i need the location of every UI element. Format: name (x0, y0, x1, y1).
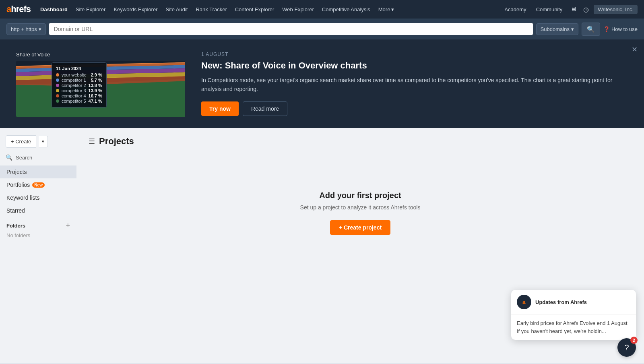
domain-input[interactable] (49, 23, 533, 35)
how-to-use-link[interactable]: ❓ How to use (603, 26, 638, 32)
sidebar-item-starred[interactable]: Starred (0, 204, 76, 217)
nav-site-audit[interactable]: Site Audit (162, 5, 191, 14)
announcement-banner: ✕ Share of Voice (0, 39, 644, 128)
search-button[interactable]: 🔍 (582, 23, 600, 36)
sidebar-search[interactable]: 🔍 Search (0, 153, 76, 165)
empty-title: Add your first project (319, 191, 401, 200)
nav-community[interactable]: Community (533, 5, 566, 14)
tooltip-name-4: competitor 4 (62, 93, 86, 98)
empty-description: Set up a project to analyze it across Ah… (300, 204, 421, 211)
chart-area: 11 Jun 2024 your website 2.9 % competito… (16, 61, 185, 117)
search-bar: http + https ▾ Subdomains ▾ 🔍 ❓ How to u… (0, 19, 644, 39)
banner-chart: Share of Voice 11 Jun 20 (16, 52, 185, 116)
tooltip-dot-3 (56, 89, 59, 92)
chat-fab[interactable]: ? 2 (617, 338, 636, 357)
banner-date: 1 AUGUST (201, 52, 628, 57)
tooltip-row-1: competitor 1 5.7 % (56, 78, 102, 83)
nav-rank-tracker[interactable]: Rank Tracker (192, 5, 230, 14)
try-now-button[interactable]: Try now (201, 101, 239, 116)
portfolios-badge: New (32, 182, 45, 188)
tooltip-name-3: competitor 3 (62, 88, 86, 93)
tooltip-val-0: 2.9 % (91, 72, 102, 77)
create-area: + Create ▾ (0, 134, 76, 153)
sidebar-search-label: Search (16, 155, 32, 161)
chat-from-label: Updates from Ahrefs (535, 299, 587, 305)
top-nav: ahrefs Dashboard Site Explorer Keywords … (0, 0, 644, 19)
tooltip-date: 11 Jun 2024 (56, 66, 102, 71)
nav-more[interactable]: More ▾ (375, 5, 398, 14)
page-title: Projects (99, 136, 134, 147)
user-menu[interactable]: Writesonic, Inc. (594, 5, 638, 14)
add-folder-button[interactable]: + (66, 222, 70, 229)
chat-icon: ? (624, 343, 629, 352)
tooltip-val-3: 13.9 % (89, 88, 102, 93)
chat-header: a Updates from Ahrefs (511, 290, 636, 314)
nav-content-explorer[interactable]: Content Explorer (232, 5, 278, 14)
nav-keywords-explorer[interactable]: Keywords Explorer (110, 5, 161, 14)
monitor-icon[interactable]: 🖥 (569, 4, 578, 14)
tooltip-val-1: 5.7 % (91, 78, 102, 83)
read-more-button[interactable]: Read more (243, 101, 287, 116)
sidebar-item-keyword-lists[interactable]: Keyword lists (0, 191, 76, 204)
tooltip-dot-0 (56, 73, 59, 77)
empty-state: Add your first project Set up a project … (89, 159, 632, 267)
banner-info: 1 AUGUST New: Share of Voice in Overview… (201, 52, 628, 116)
create-project-button[interactable]: + Create project (330, 220, 390, 235)
banner-title: New: Share of Voice in Overview charts (201, 60, 628, 71)
banner-actions: Try now Read more (201, 101, 628, 116)
tooltip-dot-5 (56, 99, 59, 103)
tooltip-name-2: competitor 2 (62, 83, 86, 88)
nav-dashboard[interactable]: Dashboard (37, 5, 71, 14)
tooltip-row-0: your website 2.9 % (56, 72, 102, 77)
banner-close-button[interactable]: ✕ (632, 45, 638, 54)
project-header: ☰ Projects (89, 136, 632, 147)
sidebar-item-portfolios[interactable]: Portfolios New (0, 178, 76, 191)
chat-badge: 2 (630, 337, 638, 344)
tooltip-val-5: 47.1 % (89, 99, 102, 103)
chat-widget: a Updates from Ahrefs Early bird prices … (511, 290, 636, 340)
chart-tooltip: 11 Jun 2024 your website 2.9 % competito… (52, 62, 107, 108)
tooltip-dot-2 (56, 84, 59, 87)
tooltip-val-2: 13.8 % (89, 83, 102, 88)
tooltip-name-0: your website (62, 72, 89, 77)
tooltip-val-4: 16.7 % (89, 93, 102, 98)
sidebar: + Create ▾ 🔍 Search Projects Portfolios … (0, 128, 76, 363)
search-icon: 🔍 (6, 154, 12, 161)
nav-site-explorer[interactable]: Site Explorer (72, 5, 109, 14)
tooltip-dot-4 (56, 94, 59, 97)
subdomains-select[interactable]: Subdomains ▾ (536, 23, 578, 35)
logo[interactable]: ahrefs (6, 4, 31, 14)
create-button[interactable]: + Create (6, 135, 36, 148)
nav-web-explorer[interactable]: Web Explorer (279, 5, 317, 14)
no-folders-label: No folders (0, 231, 76, 240)
tooltip-name-5: competitor 5 (62, 99, 86, 103)
hamburger-icon[interactable]: ☰ (89, 137, 95, 146)
tooltip-row-5: competitor 5 47.1 % (56, 99, 102, 103)
tooltip-dot-1 (56, 79, 59, 82)
nav-right: Academy Community 🖥 ◷ Writesonic, Inc. (501, 4, 638, 15)
chat-preview: Early bird prices for Ahrefs Evolve end … (511, 314, 636, 340)
folders-section: Folders + (0, 217, 76, 231)
help-icon[interactable]: ◷ (582, 4, 590, 15)
tooltip-row-2: competitor 2 13.8 % (56, 83, 102, 88)
sidebar-item-projects[interactable]: Projects (0, 165, 76, 178)
chart-title: Share of Voice (16, 52, 185, 58)
chat-avatar: a (517, 295, 531, 309)
create-dropdown-button[interactable]: ▾ (39, 136, 48, 147)
tooltip-row-3: competitor 3 13.9 % (56, 88, 102, 93)
tooltip-row-4: competitor 4 16.7 % (56, 93, 102, 98)
tooltip-name-1: competitor 1 (62, 78, 89, 83)
banner-description: In Competitors mode, see your target's o… (201, 76, 628, 94)
nav-competitive-analysis[interactable]: Competitive Analysis (319, 5, 374, 14)
nav-academy[interactable]: Academy (501, 5, 529, 14)
protocol-select[interactable]: http + https ▾ (6, 23, 46, 35)
